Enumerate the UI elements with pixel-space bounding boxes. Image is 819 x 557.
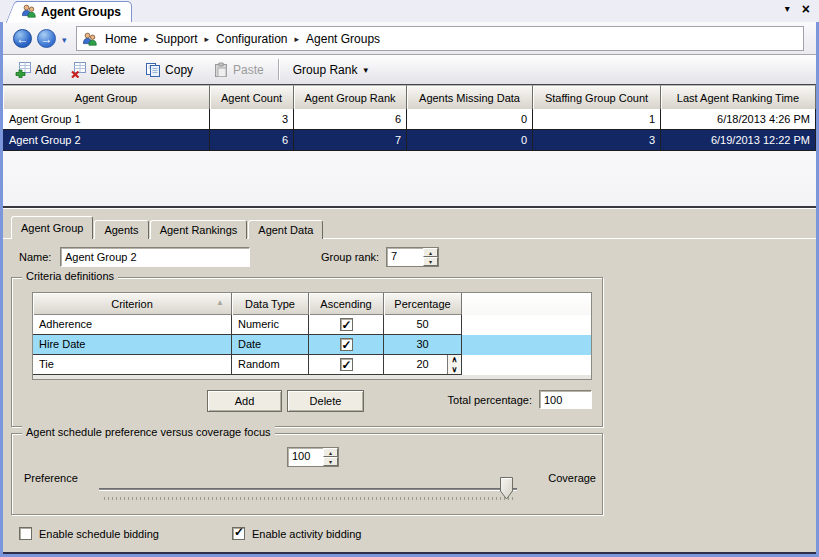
total-percentage-label: Total percentage: bbox=[372, 394, 532, 406]
tab-agent-group[interactable]: Agent Group bbox=[11, 216, 93, 239]
add-button[interactable]: Add bbox=[8, 58, 63, 82]
window-menu-caret-icon[interactable]: ▾ bbox=[785, 4, 790, 14]
name-input[interactable]: Agent Group 2 bbox=[60, 247, 250, 267]
forward-button[interactable]: → bbox=[37, 29, 56, 48]
group-rank-stepper[interactable]: 7 ▴ ▾ bbox=[386, 247, 439, 267]
preference-slider-track[interactable] bbox=[99, 488, 517, 491]
delete-button-label: Delete bbox=[90, 63, 125, 77]
cell-agent-group-rank: 6 bbox=[294, 109, 407, 130]
group-rank-menu-button[interactable]: Group Rank ▾ bbox=[286, 59, 375, 81]
total-percentage-field: 100 bbox=[539, 390, 592, 409]
cell-agent-group-rank: 7 bbox=[294, 130, 407, 151]
spin-up-icon[interactable]: ∧ bbox=[448, 355, 461, 365]
breadcrumb-separator-icon: ▸ bbox=[295, 34, 300, 44]
add-icon bbox=[15, 62, 31, 78]
chevron-down-icon: ▾ bbox=[363, 65, 368, 75]
cell-criterion: Hire Date bbox=[33, 335, 232, 355]
criteria-definitions-group: Criteria definitions Criterion ▲ Data Ty… bbox=[11, 277, 603, 427]
delete-icon bbox=[70, 62, 86, 78]
copy-button[interactable]: Copy bbox=[138, 58, 200, 82]
cell-agents-missing-data: 0 bbox=[407, 130, 533, 151]
column-header-agent-group[interactable]: Agent Group bbox=[3, 85, 210, 109]
cell-percentage[interactable]: 20 ∧ ∨ bbox=[384, 355, 462, 375]
column-header-percentage[interactable]: Percentage bbox=[384, 293, 462, 315]
enable-schedule-bidding-checkbox[interactable] bbox=[19, 527, 32, 540]
detail-tab-bar: Agent Group Agents Agent Rankings Agent … bbox=[11, 216, 324, 239]
spin-down-icon[interactable]: ▾ bbox=[423, 257, 438, 266]
cell-ascending bbox=[309, 315, 384, 335]
cell-agent-count: 3 bbox=[210, 109, 294, 130]
breadcrumb-people-icon bbox=[82, 31, 98, 47]
breadcrumb-separator-icon: ▸ bbox=[205, 34, 210, 44]
delete-button[interactable]: Delete bbox=[63, 58, 132, 82]
navigation-bar: ← → ▾ Home ▸ Support ▸ Con bbox=[3, 22, 816, 55]
preference-value-stepper[interactable]: 100 ▴ ▾ bbox=[287, 447, 339, 467]
sort-ascending-icon: ▲ bbox=[216, 299, 224, 307]
criteria-add-button[interactable]: Add bbox=[207, 390, 282, 412]
cell-last-agent-ranking-time: 6/18/2013 4:26 PM bbox=[661, 109, 816, 130]
criteria-definitions-legend: Criteria definitions bbox=[22, 270, 118, 282]
breadcrumb-item-agent-groups[interactable]: Agent Groups bbox=[306, 32, 380, 46]
ascending-checkbox[interactable] bbox=[340, 338, 353, 351]
criteria-delete-button[interactable]: Delete bbox=[287, 390, 364, 412]
breadcrumb-item-home[interactable]: Home bbox=[105, 32, 137, 46]
column-header-last-agent-ranking-time[interactable]: Last Agent Ranking Time bbox=[661, 85, 816, 109]
column-header-ascending[interactable]: Ascending bbox=[309, 293, 384, 315]
cell-percentage[interactable]: 50 bbox=[384, 315, 462, 335]
column-header-agents-missing-data[interactable]: Agents Missing Data bbox=[407, 85, 533, 109]
criteria-row[interactable]: Tie Random 20 ∧ ∨ bbox=[33, 355, 591, 375]
criteria-row[interactable]: Adherence Numeric 50 bbox=[33, 315, 591, 335]
document-tab-strip: Agent Groups ▾ × bbox=[0, 0, 819, 22]
cell-agent-group: Agent Group 1 bbox=[3, 109, 210, 130]
preference-coverage-group: Agent schedule preference versus coverag… bbox=[11, 433, 603, 515]
document-tab-agent-groups[interactable]: Agent Groups bbox=[16, 1, 132, 22]
criteria-row[interactable]: Hire Date Date 30 bbox=[33, 335, 591, 355]
percentage-stepper[interactable]: ∧ ∨ bbox=[447, 355, 461, 375]
enable-activity-bidding-checkbox[interactable] bbox=[232, 527, 245, 540]
table-row[interactable]: Agent Group 1 3 6 0 1 6/18/2013 4:26 PM bbox=[3, 109, 816, 130]
app-window: Agent Groups ▾ × ← → ▾ bbox=[0, 0, 819, 557]
cell-ascending bbox=[309, 355, 384, 375]
spin-up-icon[interactable]: ▴ bbox=[323, 448, 338, 457]
cell-agent-group: Agent Group 2 bbox=[3, 130, 210, 151]
forward-arrow-icon: → bbox=[41, 32, 53, 46]
spin-down-icon[interactable]: ∨ bbox=[448, 365, 461, 375]
name-label: Name: bbox=[19, 251, 51, 263]
preference-value: 100 bbox=[288, 448, 323, 466]
cell-data-type: Date bbox=[232, 335, 309, 355]
paste-button[interactable]: Paste bbox=[206, 58, 271, 82]
tab-label: Agents bbox=[104, 224, 138, 236]
back-button[interactable]: ← bbox=[13, 29, 32, 48]
agent-groups-table: Agent Group Agent Count Agent Group Rank… bbox=[3, 85, 816, 208]
cell-percentage[interactable]: 30 bbox=[384, 335, 462, 355]
column-header-staffing-group-count[interactable]: Staffing Group Count bbox=[533, 85, 661, 109]
copy-button-label: Copy bbox=[165, 63, 193, 77]
tab-agents[interactable]: Agents bbox=[94, 220, 148, 239]
window-frame: ← → ▾ Home ▸ Support ▸ Con bbox=[0, 22, 819, 557]
column-header-criterion[interactable]: Criterion ▲ bbox=[33, 293, 232, 315]
paste-icon bbox=[213, 62, 229, 78]
cell-data-type: Random bbox=[232, 355, 309, 375]
tab-agent-rankings[interactable]: Agent Rankings bbox=[150, 220, 248, 239]
column-header-agent-group-rank[interactable]: Agent Group Rank bbox=[294, 85, 407, 109]
close-icon[interactable]: × bbox=[802, 3, 810, 15]
breadcrumb-item-support[interactable]: Support bbox=[156, 32, 198, 46]
ascending-checkbox[interactable] bbox=[340, 358, 353, 371]
breadcrumb-item-configuration[interactable]: Configuration bbox=[216, 32, 287, 46]
enable-schedule-bidding-label: Enable schedule bidding bbox=[39, 528, 159, 540]
nav-history-caret-icon[interactable]: ▾ bbox=[62, 35, 67, 45]
cell-staffing-group-count: 3 bbox=[533, 130, 661, 151]
tab-label: Agent Data bbox=[258, 224, 313, 236]
cell-last-agent-ranking-time: 6/19/2013 12:22 PM bbox=[661, 130, 816, 151]
ascending-checkbox[interactable] bbox=[340, 318, 353, 331]
back-arrow-icon: ← bbox=[17, 32, 29, 46]
column-header-agent-count[interactable]: Agent Count bbox=[210, 85, 294, 109]
table-row[interactable]: Agent Group 2 6 7 0 3 6/19/2013 12:22 PM bbox=[3, 130, 816, 151]
spin-up-icon[interactable]: ▴ bbox=[423, 248, 438, 257]
column-header-data-type[interactable]: Data Type bbox=[232, 293, 309, 315]
preference-slider-thumb[interactable] bbox=[500, 477, 513, 504]
spin-down-icon[interactable]: ▾ bbox=[323, 457, 338, 466]
agent-groups-people-icon bbox=[21, 3, 37, 22]
toolbar-separator bbox=[278, 59, 279, 80]
tab-agent-data[interactable]: Agent Data bbox=[248, 220, 323, 239]
